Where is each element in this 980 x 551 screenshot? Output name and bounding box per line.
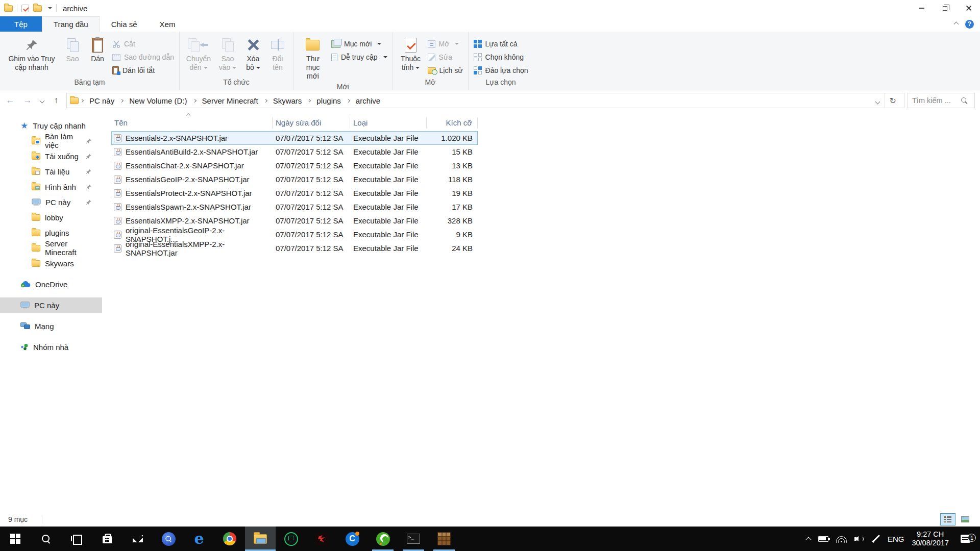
chrome-button[interactable] bbox=[214, 527, 245, 551]
column-header-type[interactable]: Loại bbox=[350, 117, 427, 129]
file-row[interactable]: EssentialsSpawn-2.x-SNAPSHOT.jar 07/07/2… bbox=[111, 200, 478, 214]
refresh-button[interactable] bbox=[885, 93, 901, 108]
restore-button[interactable] bbox=[933, 0, 957, 16]
sidebar-item-documents[interactable]: Tài liệu bbox=[0, 164, 102, 179]
ribbon-collapse-icon[interactable] bbox=[954, 21, 959, 27]
open-button[interactable]: Mở bbox=[426, 37, 465, 51]
start-button[interactable] bbox=[0, 527, 31, 551]
properties-qat-icon[interactable] bbox=[21, 5, 29, 12]
breadcrumb-pc[interactable]: PC này bbox=[85, 96, 118, 105]
new-folder-qat-icon[interactable] bbox=[33, 5, 42, 12]
task-view-button[interactable] bbox=[61, 527, 92, 551]
sidebar-item-pictures[interactable]: Hình ảnh bbox=[0, 179, 102, 194]
sidebar-item-plugins[interactable]: plugins bbox=[0, 225, 102, 240]
sidebar-item-this-pc[interactable]: PC này bbox=[0, 297, 102, 313]
copy-button[interactable]: Sao bbox=[60, 33, 85, 77]
back-button[interactable] bbox=[3, 93, 17, 108]
garena-button[interactable] bbox=[306, 527, 337, 551]
search-icon[interactable] bbox=[961, 97, 968, 104]
sidebar-item-server-minecraft[interactable]: Server Minecraft bbox=[0, 240, 102, 256]
qat-customize-caret-icon[interactable] bbox=[48, 7, 52, 9]
sidebar-item-onedrive[interactable]: OneDrive bbox=[0, 277, 102, 292]
history-icon bbox=[428, 67, 436, 74]
file-row[interactable]: EssentialsProtect-2.x-SNAPSHOT.jar 07/07… bbox=[111, 186, 478, 200]
breadcrumb-archive[interactable]: archive bbox=[352, 96, 384, 105]
antivirus-button[interactable] bbox=[276, 527, 306, 551]
tray-overflow-icon[interactable] bbox=[805, 537, 811, 542]
sidebar-item-quick-access[interactable]: Truy cập nhanh bbox=[0, 118, 102, 133]
sidebar-item-this-pc-pinned[interactable]: PC này bbox=[0, 194, 102, 210]
mail-button[interactable] bbox=[122, 527, 153, 551]
search-input[interactable] bbox=[912, 96, 958, 105]
wifi-icon[interactable] bbox=[836, 535, 847, 543]
language-indicator[interactable]: ENG bbox=[888, 535, 904, 543]
breadcrumb-plugins[interactable]: plugins bbox=[312, 96, 345, 105]
select-none-button[interactable]: Chọn không bbox=[472, 51, 530, 64]
terminal-button[interactable] bbox=[398, 527, 429, 551]
pin-to-quick-access-button[interactable]: Ghim vào Truy cập nhanh bbox=[3, 33, 60, 77]
sidebar-item-lobby[interactable]: lobby bbox=[0, 210, 102, 225]
close-button[interactable] bbox=[957, 0, 980, 16]
sidebar-item-desktop[interactable]: Bàn làm việc bbox=[0, 133, 102, 148]
minecraft-button[interactable] bbox=[429, 527, 459, 551]
address-bar[interactable]: PC này New Volume (D:) Server Minecraft … bbox=[66, 93, 904, 108]
sidebar-item-downloads[interactable]: Tải xuống bbox=[0, 148, 102, 164]
rename-button[interactable]: Đổi tên bbox=[265, 33, 290, 77]
properties-button[interactable]: Thuộc tính bbox=[396, 33, 426, 77]
search-app-button[interactable] bbox=[153, 527, 184, 551]
recent-locations-caret[interactable] bbox=[38, 93, 46, 108]
file-row[interactable]: original-EssentialsXMPP-2.x-SNAPSHOT.jar… bbox=[111, 241, 478, 255]
battery-icon[interactable] bbox=[818, 536, 828, 542]
up-button[interactable] bbox=[49, 93, 63, 108]
file-modified: 07/07/2017 5:12 SA bbox=[273, 134, 350, 142]
thumbnails-view-button[interactable] bbox=[958, 513, 973, 525]
file-row[interactable]: EssentialsAntiBuild-2.x-SNAPSHOT.jar 07/… bbox=[111, 145, 478, 159]
edge-button[interactable] bbox=[184, 527, 214, 551]
store-button[interactable] bbox=[92, 527, 122, 551]
easy-access-button[interactable]: Dễ truy cập bbox=[329, 51, 389, 64]
file-row[interactable]: Essentials-2.x-SNAPSHOT.jar 07/07/2017 5… bbox=[111, 131, 478, 145]
forward-button[interactable] bbox=[20, 93, 35, 108]
sidebar-item-network[interactable]: Mạng bbox=[0, 318, 102, 334]
cut-button[interactable]: Cắt bbox=[110, 37, 176, 51]
history-button[interactable]: Lịch sử bbox=[426, 64, 465, 77]
column-header-name[interactable]: Tên bbox=[111, 117, 273, 129]
move-to-button[interactable]: Chuyển đến bbox=[183, 33, 214, 77]
taskbar-search-button[interactable] bbox=[31, 527, 61, 551]
tab-home[interactable]: Trang đầu bbox=[42, 16, 100, 32]
minimize-button[interactable] bbox=[910, 0, 933, 16]
sidebar-item-homegroup[interactable]: Nhóm nhà bbox=[0, 339, 102, 355]
tab-share[interactable]: Chia sẻ bbox=[100, 16, 149, 32]
paste-shortcut-button[interactable]: Dán lối tắt bbox=[110, 64, 176, 77]
file-row[interactable]: EssentialsChat-2.x-SNAPSHOT.jar 07/07/20… bbox=[111, 159, 478, 172]
breadcrumb-skywars[interactable]: Skywars bbox=[269, 96, 306, 105]
breadcrumb-server-minecraft[interactable]: Server Minecraft bbox=[198, 96, 262, 105]
column-header-size[interactable]: Kích cỡ bbox=[427, 117, 478, 129]
delete-button[interactable]: Xóa bỏ bbox=[241, 33, 265, 77]
copy-path-button[interactable]: Sao đường dẫn bbox=[110, 51, 176, 64]
file-explorer-button[interactable] bbox=[245, 527, 276, 551]
column-header-modified[interactable]: Ngày sửa đổi bbox=[273, 117, 350, 129]
address-history-caret[interactable] bbox=[871, 96, 885, 105]
sidebar-item-skywars[interactable]: Skywars bbox=[0, 256, 102, 271]
volume-icon[interactable] bbox=[854, 535, 864, 543]
select-all-button[interactable]: Lựa tất cả bbox=[472, 37, 530, 51]
pen-icon[interactable] bbox=[872, 535, 880, 543]
invert-selection-button[interactable]: Đảo lựa chọn bbox=[472, 64, 530, 77]
new-folder-button[interactable]: Thư mục mới bbox=[297, 33, 329, 82]
edit-button[interactable]: Sửa bbox=[426, 51, 465, 64]
action-center-button[interactable]: 1 bbox=[957, 535, 974, 543]
edit-icon bbox=[428, 54, 435, 61]
tab-view[interactable]: Xem bbox=[149, 16, 187, 32]
paste-button[interactable]: Dán bbox=[85, 33, 110, 77]
copy-to-button[interactable]: Sao vào bbox=[214, 33, 241, 77]
tab-file[interactable]: Tệp bbox=[0, 16, 42, 32]
help-icon[interactable] bbox=[965, 20, 974, 29]
file-row[interactable]: EssentialsGeoIP-2.x-SNAPSHOT.jar 07/07/2… bbox=[111, 172, 478, 186]
breadcrumb-drive[interactable]: New Volume (D:) bbox=[125, 96, 191, 105]
new-item-button[interactable]: Mục mới bbox=[329, 37, 389, 51]
details-view-button[interactable] bbox=[940, 513, 955, 525]
coccoc-button[interactable] bbox=[337, 527, 368, 551]
clock[interactable]: 9:27 CH 30/08/2017 bbox=[912, 530, 949, 547]
crom-browser-button[interactable] bbox=[368, 527, 398, 551]
